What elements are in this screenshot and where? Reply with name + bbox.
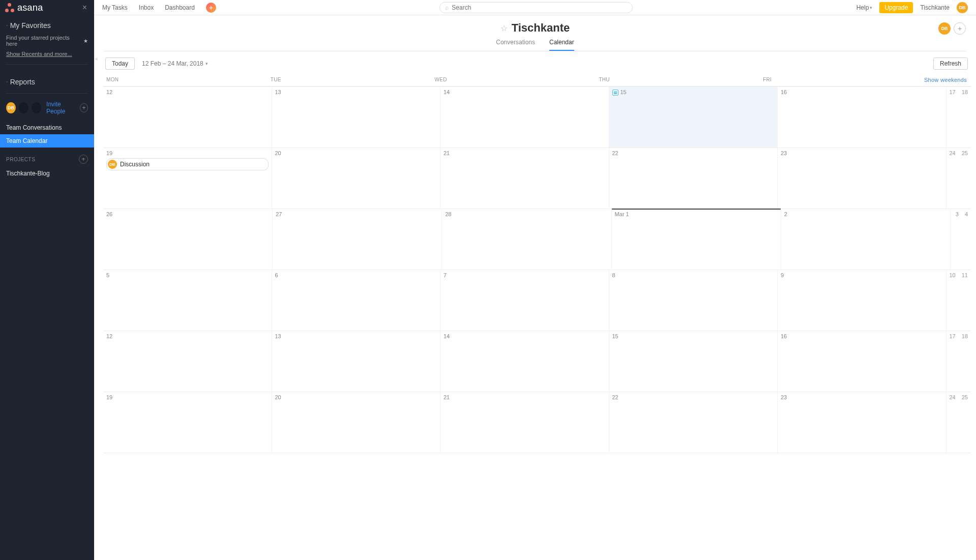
calendar-week: 567891011	[103, 270, 971, 331]
calendar-weekend[interactable]: 1718	[947, 87, 971, 148]
calendar-day[interactable]: 7	[440, 270, 609, 331]
month-start-bar	[612, 209, 781, 210]
calendar-day[interactable]: 12	[103, 87, 272, 148]
avatar[interactable]: DB	[6, 102, 16, 113]
upgrade-button[interactable]: Upgrade	[879, 2, 913, 13]
event-avatar: DB	[108, 160, 117, 169]
sidebar-item-team-calendar[interactable]: Team Calendar	[0, 134, 94, 148]
calendar-weekend[interactable]: 1718	[947, 331, 971, 392]
search-input[interactable]	[452, 4, 627, 11]
calendar: Today 12 Feb – 24 Mar, 2018 ▾ Refresh MO…	[94, 51, 976, 560]
avatar-placeholder[interactable]	[19, 102, 28, 113]
calendar-weekend[interactable]: 2425	[947, 392, 971, 453]
show-weekends-toggle[interactable]: Show weekends	[924, 77, 971, 83]
calendar-week: 12131415161718	[103, 87, 971, 148]
calendar-day[interactable]: 6	[272, 270, 441, 331]
logo[interactable]: asana	[5, 3, 43, 13]
day-number: 13	[275, 89, 437, 95]
weekend-day-number: 24	[950, 394, 956, 451]
calendar-day[interactable]: 21	[440, 148, 609, 209]
calendar-day[interactable]: 23	[778, 148, 947, 209]
day-number: 20	[275, 150, 437, 156]
collapse-handle-icon[interactable]: «	[94, 56, 98, 62]
calendar-weekend[interactable]: 1011	[947, 270, 971, 331]
calendar-day[interactable]: 13	[272, 87, 441, 148]
search-field[interactable]: ⌕	[439, 2, 633, 13]
calendar-day[interactable]: 2	[781, 209, 951, 270]
favorites-section-title[interactable]: My Favorites	[0, 15, 94, 33]
add-member-icon[interactable]: +	[954, 22, 966, 35]
calendar-day[interactable]: 9	[778, 270, 947, 331]
day-number: 16	[781, 333, 943, 339]
tab-calendar[interactable]: Calendar	[549, 39, 574, 51]
calendar-day[interactable]: 20	[272, 392, 441, 453]
dow-tue: TUE	[268, 77, 432, 83]
calendar-day[interactable]: 19	[103, 392, 272, 453]
day-number: 28	[445, 211, 608, 217]
calendar-day[interactable]: 14	[440, 87, 609, 148]
dow-wed: WED	[432, 77, 596, 83]
nav-dashboard[interactable]: Dashboard	[165, 4, 195, 11]
weekend-day-number: 18	[962, 333, 968, 390]
calendar-day[interactable]: 28	[442, 209, 611, 270]
member-avatar[interactable]: DB	[938, 22, 951, 35]
calendar-day[interactable]: 15	[609, 331, 778, 392]
calendar-day[interactable]: 22	[609, 392, 778, 453]
avatar-placeholder[interactable]	[32, 102, 41, 113]
calendar-day[interactable]: 26	[103, 209, 273, 270]
calendar-day[interactable]: Mar 1	[612, 209, 781, 270]
calendar-weekend[interactable]: 2425	[947, 148, 971, 209]
sidebar-project-item[interactable]: Tischkante-Blog	[0, 167, 94, 180]
day-number: 12	[106, 89, 269, 95]
calendar-day[interactable]: 27	[273, 209, 442, 270]
day-number: 23	[781, 150, 943, 156]
nav-my-tasks[interactable]: My Tasks	[102, 4, 128, 11]
help-menu[interactable]: Help▾	[856, 4, 873, 11]
calendar-toolbar: Today 12 Feb – 24 Mar, 2018 ▾ Refresh	[103, 57, 971, 75]
calendar-day[interactable]: 16	[778, 87, 947, 148]
show-recents-link[interactable]: Show Recents and more...	[0, 51, 94, 64]
calendar-day[interactable]: 22	[609, 148, 778, 209]
calendar-day[interactable]: 8	[609, 270, 778, 331]
calendar-day[interactable]: 23	[778, 392, 947, 453]
weekend-day-number: 18	[962, 89, 968, 145]
asana-logo-icon	[5, 3, 14, 12]
day-number: Mar 1	[615, 211, 778, 217]
day-number: 26	[106, 211, 269, 217]
add-person-icon[interactable]: +	[80, 103, 88, 112]
day-number: 21	[443, 150, 606, 156]
calendar-day[interactable]: 13	[272, 331, 441, 392]
nav-inbox[interactable]: Inbox	[139, 4, 154, 11]
calendar-day[interactable]: 14	[440, 331, 609, 392]
calendar-day[interactable]: 12	[103, 331, 272, 392]
workspace-name[interactable]: Tischkante	[920, 4, 950, 11]
calendar-day[interactable]: 19DBDiscussion	[103, 148, 272, 209]
calendar-week: 262728Mar 1234	[103, 209, 971, 270]
today-button[interactable]: Today	[105, 57, 135, 70]
calendar-week: 19202122232425	[103, 392, 971, 453]
refresh-button[interactable]: Refresh	[933, 57, 968, 70]
calendar-day[interactable]: 20	[272, 148, 441, 209]
day-number: 22	[612, 394, 775, 400]
add-project-icon[interactable]: +	[79, 155, 88, 164]
calendar-day[interactable]: 15	[609, 87, 778, 148]
star-toggle-icon[interactable]: ☆	[500, 23, 508, 33]
star-icon: ★	[83, 38, 88, 44]
calendar-day[interactable]: 5	[103, 270, 272, 331]
calendar-weekend[interactable]: 34	[951, 209, 971, 270]
calendar-day[interactable]: 21	[440, 392, 609, 453]
user-avatar[interactable]: DB	[957, 2, 968, 13]
calendar-grid[interactable]: 1213141516171819DBDiscussion202122232425…	[103, 86, 971, 560]
calendar-event[interactable]: DBDiscussion	[106, 158, 269, 170]
close-sidebar-icon[interactable]: ×	[80, 2, 89, 13]
tab-conversations[interactable]: Conversations	[496, 39, 535, 51]
sidebar-item-team-conversations[interactable]: Team Conversations	[0, 121, 94, 134]
date-range-picker[interactable]: 12 Feb – 24 Mar, 2018 ▾	[142, 60, 208, 67]
sidebar: asana × My Favorites Find your starred p…	[0, 0, 94, 560]
quick-add-button[interactable]: +	[206, 3, 216, 13]
event-label: Discussion	[120, 161, 150, 168]
calendar-day[interactable]: 16	[778, 331, 947, 392]
reports-section-title[interactable]: Reports	[0, 72, 94, 89]
invite-people-link[interactable]: Invite People	[46, 101, 77, 115]
day-number: 13	[275, 333, 437, 339]
